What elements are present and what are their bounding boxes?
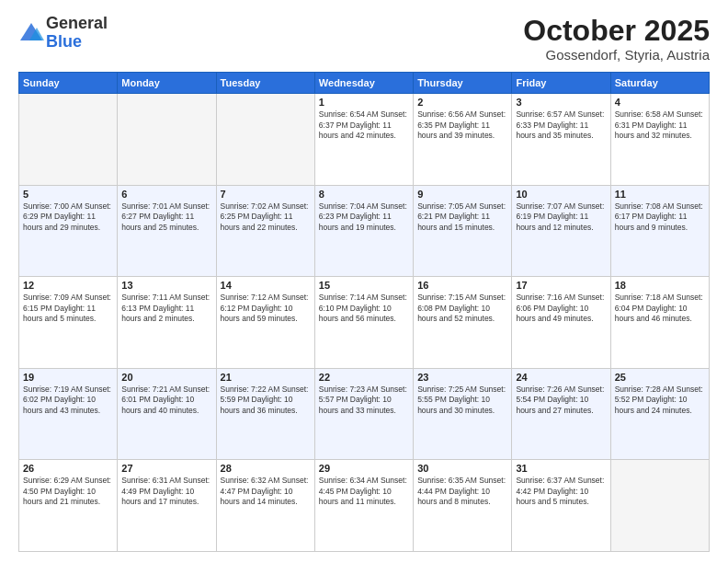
day-number: 10 xyxy=(516,189,606,200)
day-info: Sunrise: 6:56 AM Sunset: 6:35 PM Dayligh… xyxy=(417,109,507,141)
calendar-cell: 22Sunrise: 7:23 AM Sunset: 5:57 PM Dayli… xyxy=(314,368,413,460)
calendar-cell: 29Sunrise: 6:34 AM Sunset: 4:45 PM Dayli… xyxy=(314,460,413,552)
day-info: Sunrise: 7:08 AM Sunset: 6:17 PM Dayligh… xyxy=(615,201,705,233)
day-info: Sunrise: 7:15 AM Sunset: 6:08 PM Dayligh… xyxy=(417,293,507,324)
calendar-cell xyxy=(216,94,314,186)
day-info: Sunrise: 7:09 AM Sunset: 6:15 PM Dayligh… xyxy=(23,293,113,324)
header-thursday: Thursday xyxy=(414,73,512,94)
day-number: 4 xyxy=(615,97,705,108)
day-info: Sunrise: 7:25 AM Sunset: 5:55 PM Dayligh… xyxy=(417,385,507,416)
day-info: Sunrise: 7:18 AM Sunset: 6:04 PM Dayligh… xyxy=(615,293,705,324)
day-number: 13 xyxy=(121,280,211,291)
calendar-cell xyxy=(610,460,709,552)
calendar-cell: 20Sunrise: 7:21 AM Sunset: 6:01 PM Dayli… xyxy=(118,368,216,460)
calendar-week-row: 26Sunrise: 6:29 AM Sunset: 4:50 PM Dayli… xyxy=(19,460,710,552)
month-title: October 2025 xyxy=(523,15,710,47)
calendar-cell: 14Sunrise: 7:12 AM Sunset: 6:12 PM Dayli… xyxy=(216,277,314,369)
header-friday: Friday xyxy=(512,73,610,94)
day-info: Sunrise: 6:37 AM Sunset: 4:42 PM Dayligh… xyxy=(516,476,606,507)
calendar-cell: 19Sunrise: 7:19 AM Sunset: 6:02 PM Dayli… xyxy=(19,368,118,460)
calendar-cell: 7Sunrise: 7:02 AM Sunset: 6:25 PM Daylig… xyxy=(216,185,314,277)
calendar-cell: 11Sunrise: 7:08 AM Sunset: 6:17 PM Dayli… xyxy=(610,185,709,277)
logo-general-label: General xyxy=(46,15,108,33)
calendar-cell: 6Sunrise: 7:01 AM Sunset: 6:27 PM Daylig… xyxy=(118,185,216,277)
calendar-cell: 25Sunrise: 7:28 AM Sunset: 5:52 PM Dayli… xyxy=(610,368,709,460)
day-info: Sunrise: 7:28 AM Sunset: 5:52 PM Dayligh… xyxy=(615,385,705,416)
day-number: 26 xyxy=(23,463,113,474)
day-info: Sunrise: 6:35 AM Sunset: 4:44 PM Dayligh… xyxy=(417,476,507,507)
day-info: Sunrise: 7:21 AM Sunset: 6:01 PM Dayligh… xyxy=(121,385,211,416)
day-number: 23 xyxy=(417,372,507,383)
day-info: Sunrise: 7:16 AM Sunset: 6:06 PM Dayligh… xyxy=(516,293,606,324)
calendar-table: Sunday Monday Tuesday Wednesday Thursday… xyxy=(18,72,710,552)
day-info: Sunrise: 7:26 AM Sunset: 5:54 PM Dayligh… xyxy=(516,385,606,416)
calendar-body: 1Sunrise: 6:54 AM Sunset: 6:37 PM Daylig… xyxy=(19,94,710,552)
header: General Blue October 2025 Gossendorf, St… xyxy=(18,15,710,63)
day-number: 24 xyxy=(516,372,606,383)
day-number: 21 xyxy=(221,372,311,383)
day-info: Sunrise: 6:58 AM Sunset: 6:31 PM Dayligh… xyxy=(615,109,705,141)
day-info: Sunrise: 7:05 AM Sunset: 6:21 PM Dayligh… xyxy=(417,201,507,233)
calendar-week-row: 5Sunrise: 7:00 AM Sunset: 6:29 PM Daylig… xyxy=(19,185,710,277)
calendar-cell: 18Sunrise: 7:18 AM Sunset: 6:04 PM Dayli… xyxy=(610,277,709,369)
day-number: 20 xyxy=(121,372,211,383)
logo-text: General Blue xyxy=(46,15,108,52)
calendar-cell: 3Sunrise: 6:57 AM Sunset: 6:33 PM Daylig… xyxy=(512,94,610,186)
day-number: 9 xyxy=(417,189,507,200)
calendar-cell: 8Sunrise: 7:04 AM Sunset: 6:23 PM Daylig… xyxy=(314,185,413,277)
day-info: Sunrise: 6:31 AM Sunset: 4:49 PM Dayligh… xyxy=(121,476,211,507)
calendar-cell: 12Sunrise: 7:09 AM Sunset: 6:15 PM Dayli… xyxy=(19,277,118,369)
calendar-cell: 2Sunrise: 6:56 AM Sunset: 6:35 PM Daylig… xyxy=(414,94,512,186)
day-number: 29 xyxy=(319,463,409,474)
calendar-cell: 16Sunrise: 7:15 AM Sunset: 6:08 PM Dayli… xyxy=(414,277,512,369)
calendar-cell: 1Sunrise: 6:54 AM Sunset: 6:37 PM Daylig… xyxy=(314,94,413,186)
day-number: 18 xyxy=(615,280,705,291)
logo-blue-label: Blue xyxy=(46,33,108,52)
day-info: Sunrise: 6:57 AM Sunset: 6:33 PM Dayligh… xyxy=(516,109,606,141)
day-number: 25 xyxy=(615,372,705,383)
day-info: Sunrise: 7:07 AM Sunset: 6:19 PM Dayligh… xyxy=(516,201,606,233)
calendar-cell: 9Sunrise: 7:05 AM Sunset: 6:21 PM Daylig… xyxy=(414,185,512,277)
calendar-cell: 28Sunrise: 6:32 AM Sunset: 4:47 PM Dayli… xyxy=(216,460,314,552)
day-info: Sunrise: 7:01 AM Sunset: 6:27 PM Dayligh… xyxy=(121,201,211,233)
day-info: Sunrise: 7:22 AM Sunset: 5:59 PM Dayligh… xyxy=(221,385,311,416)
header-sunday: Sunday xyxy=(19,73,118,94)
header-tuesday: Tuesday xyxy=(216,73,314,94)
calendar-cell: 31Sunrise: 6:37 AM Sunset: 4:42 PM Dayli… xyxy=(512,460,610,552)
calendar-cell: 5Sunrise: 7:00 AM Sunset: 6:29 PM Daylig… xyxy=(19,185,118,277)
calendar-week-row: 19Sunrise: 7:19 AM Sunset: 6:02 PM Dayli… xyxy=(19,368,710,460)
calendar-cell: 30Sunrise: 6:35 AM Sunset: 4:44 PM Dayli… xyxy=(414,460,512,552)
day-number: 15 xyxy=(319,280,409,291)
day-number: 14 xyxy=(221,280,311,291)
day-number: 3 xyxy=(516,97,606,108)
calendar-week-row: 1Sunrise: 6:54 AM Sunset: 6:37 PM Daylig… xyxy=(19,94,710,186)
day-number: 5 xyxy=(23,189,113,200)
calendar-cell: 15Sunrise: 7:14 AM Sunset: 6:10 PM Dayli… xyxy=(314,277,413,369)
day-info: Sunrise: 7:11 AM Sunset: 6:13 PM Dayligh… xyxy=(121,293,211,324)
calendar-cell: 13Sunrise: 7:11 AM Sunset: 6:13 PM Dayli… xyxy=(118,277,216,369)
day-number: 8 xyxy=(319,189,409,200)
day-info: Sunrise: 6:54 AM Sunset: 6:37 PM Dayligh… xyxy=(319,109,409,141)
calendar-cell: 26Sunrise: 6:29 AM Sunset: 4:50 PM Dayli… xyxy=(19,460,118,552)
day-number: 30 xyxy=(417,463,507,474)
title-block: October 2025 Gossendorf, Styria, Austria xyxy=(523,15,710,63)
day-info: Sunrise: 6:29 AM Sunset: 4:50 PM Dayligh… xyxy=(23,476,113,507)
day-number: 22 xyxy=(319,372,409,383)
day-number: 27 xyxy=(121,463,211,474)
day-number: 11 xyxy=(615,189,705,200)
day-number: 1 xyxy=(319,97,409,108)
day-info: Sunrise: 7:12 AM Sunset: 6:12 PM Dayligh… xyxy=(221,293,311,324)
day-number: 28 xyxy=(221,463,311,474)
calendar-cell: 17Sunrise: 7:16 AM Sunset: 6:06 PM Dayli… xyxy=(512,277,610,369)
day-info: Sunrise: 6:34 AM Sunset: 4:45 PM Dayligh… xyxy=(319,476,409,507)
day-number: 2 xyxy=(417,97,507,108)
logo-icon xyxy=(18,20,44,46)
day-info: Sunrise: 7:14 AM Sunset: 6:10 PM Dayligh… xyxy=(319,293,409,324)
calendar-cell xyxy=(118,94,216,186)
day-number: 12 xyxy=(23,280,113,291)
calendar-cell: 10Sunrise: 7:07 AM Sunset: 6:19 PM Dayli… xyxy=(512,185,610,277)
day-number: 31 xyxy=(516,463,606,474)
header-monday: Monday xyxy=(118,73,216,94)
day-info: Sunrise: 7:23 AM Sunset: 5:57 PM Dayligh… xyxy=(319,385,409,416)
day-number: 19 xyxy=(23,372,113,383)
